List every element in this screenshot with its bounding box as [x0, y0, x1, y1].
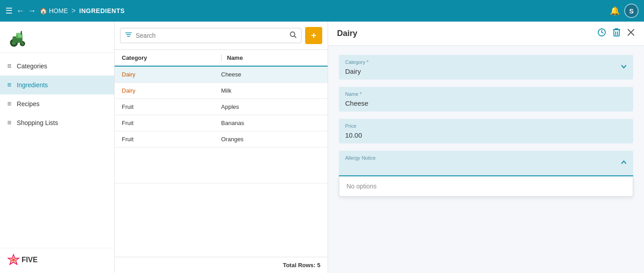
sidebar-item-label-shopping: Shopping Lists: [17, 119, 58, 126]
row-name: Cheese: [221, 71, 320, 78]
allergy-dropdown: No options: [339, 176, 633, 197]
sidebar-item-ingredients[interactable]: ≡ Ingredients: [0, 76, 114, 94]
allergy-field-group: Allergy Notice No options: [339, 151, 633, 197]
five-logo: FIVE: [7, 254, 38, 266]
row-category: Dairy: [122, 71, 221, 78]
table-row[interactable]: Fruit Oranges: [115, 131, 328, 148]
categories-icon: ≡: [7, 62, 11, 70]
no-options-label: No options: [346, 183, 377, 190]
category-field-group: Category * Dairy Fruit: [339, 55, 633, 80]
column-header-category: Category: [122, 54, 221, 61]
forward-icon[interactable]: →: [28, 6, 36, 16]
home-icon: 🏠: [40, 7, 47, 14]
top-navigation: ☰ ← → 🏠 HOME > INGREDIENTS 🔔 S: [0, 0, 644, 22]
row-category: Fruit: [122, 120, 221, 126]
sidebar-item-shopping-lists[interactable]: ≡ Shopping Lists: [0, 113, 114, 132]
history-button[interactable]: [597, 28, 606, 39]
search-box: [120, 28, 302, 43]
list-panel: + Category Name Dairy Cheese Dairy Milk …: [115, 22, 328, 273]
notification-bell-icon[interactable]: 🔔: [610, 6, 620, 16]
table-row[interactable]: Fruit Apples: [115, 99, 328, 115]
price-field-group: Price: [339, 119, 633, 143]
search-icon: [289, 31, 297, 40]
sidebar-nav: ≡ Categories ≡ Ingredients ≡ Recipes ≡ S…: [0, 53, 114, 248]
svg-point-4: [22, 42, 24, 45]
nav-separator: >: [71, 7, 76, 15]
list-toolbar: +: [115, 22, 328, 50]
table-header: Category Name: [115, 50, 328, 67]
table-row[interactable]: Fruit Bananas: [115, 115, 328, 131]
total-rows-label: Total Rows: 5: [283, 262, 320, 269]
search-input[interactable]: [136, 32, 286, 39]
allergy-field-wrapper: Allergy Notice: [339, 151, 633, 176]
category-select[interactable]: Dairy Fruit: [339, 55, 633, 80]
svg-point-12: [12, 259, 15, 261]
ingredient-table: Category Name Dairy Cheese Dairy Milk Fr…: [115, 50, 328, 257]
sidebar-logo: [0, 22, 114, 53]
add-button[interactable]: +: [305, 27, 322, 44]
user-avatar[interactable]: S: [624, 4, 639, 18]
table-footer: Total Rows: 5: [115, 257, 328, 273]
sidebar-item-categories[interactable]: ≡ Categories: [0, 57, 114, 76]
table-row-empty: [115, 148, 328, 183]
detail-header: Dairy: [328, 22, 644, 46]
svg-point-16: [290, 32, 295, 36]
shopping-lists-icon: ≡: [7, 119, 11, 127]
svg-rect-9: [18, 35, 22, 37]
name-input[interactable]: [339, 87, 633, 112]
menu-icon[interactable]: ☰: [5, 6, 13, 16]
delete-button[interactable]: [613, 28, 621, 39]
svg-rect-8: [21, 31, 22, 35]
detail-actions: [597, 28, 635, 39]
price-input[interactable]: [339, 119, 633, 143]
sidebar-item-label-recipes: Recipes: [17, 100, 40, 107]
sidebar-item-recipes[interactable]: ≡ Recipes: [0, 94, 114, 113]
detail-title: Dairy: [337, 29, 597, 38]
row-name: Oranges: [221, 136, 320, 143]
allergy-chevron-icon: [621, 159, 627, 167]
sidebar-item-label-ingredients: Ingredients: [17, 81, 48, 89]
sidebar: ≡ Categories ≡ Ingredients ≡ Recipes ≡ S…: [0, 22, 115, 273]
ingredients-icon: ≡: [7, 81, 11, 89]
row-name: Milk: [221, 87, 320, 94]
allergy-input[interactable]: [345, 163, 616, 171]
main-layout: ≡ Categories ≡ Ingredients ≡ Recipes ≡ S…: [0, 22, 644, 273]
svg-rect-19: [614, 30, 619, 36]
row-category: Fruit: [122, 136, 221, 143]
five-text: FIVE: [22, 256, 38, 264]
recipes-icon: ≡: [7, 100, 11, 108]
topnav-right: 🔔 S: [610, 4, 639, 18]
detail-body: Category * Dairy Fruit Name *: [328, 46, 644, 213]
table-row[interactable]: Dairy Milk: [115, 83, 328, 99]
detail-panel: Dairy: [328, 22, 644, 273]
svg-line-17: [294, 36, 296, 38]
row-category: Dairy: [122, 87, 221, 94]
home-label: HOME: [49, 7, 68, 14]
back-icon[interactable]: ←: [16, 6, 24, 16]
close-button[interactable]: [627, 28, 635, 39]
sidebar-bottom: FIVE: [0, 248, 114, 273]
filter-icon: [125, 31, 132, 40]
name-field-group: Name *: [339, 87, 633, 112]
column-header-name: Name: [221, 54, 320, 61]
sidebar-item-label-categories: Categories: [17, 63, 47, 70]
row-name: Apples: [221, 103, 320, 110]
five-logo-icon: [7, 254, 20, 266]
home-link[interactable]: 🏠 HOME: [40, 7, 68, 14]
row-category: Fruit: [122, 103, 221, 110]
app-logo-icon: [7, 27, 29, 48]
page-label: INGREDIENTS: [79, 7, 124, 14]
row-name: Bananas: [221, 120, 320, 126]
topnav-left: ☰ ← → 🏠 HOME > INGREDIENTS: [5, 6, 606, 16]
allergy-label: Allergy Notice: [345, 155, 376, 161]
table-row[interactable]: Dairy Cheese: [115, 67, 328, 83]
content-area: + Category Name Dairy Cheese Dairy Milk …: [115, 22, 644, 273]
